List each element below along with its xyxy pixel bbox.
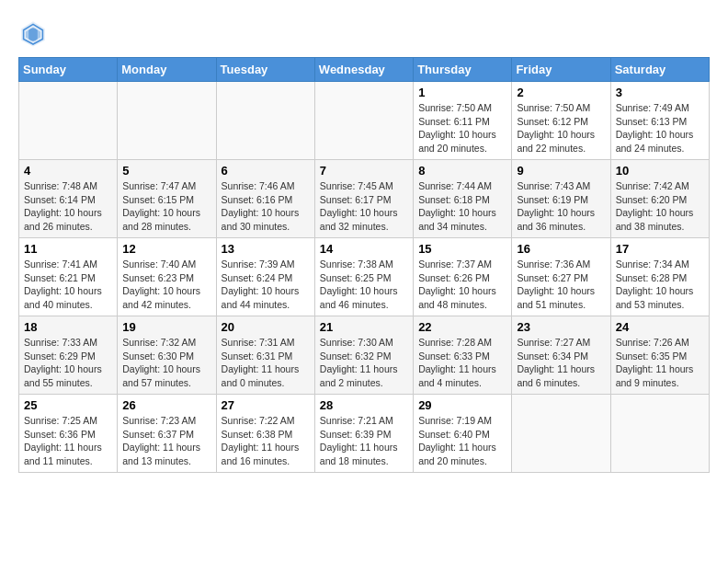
calendar-cell: 5Sunrise: 7:47 AM Sunset: 6:15 PM Daylig… [118, 160, 216, 238]
day-number: 16 [517, 242, 605, 256]
day-number: 14 [320, 242, 408, 256]
calendar-cell [512, 395, 610, 473]
day-info: Sunrise: 7:21 AM Sunset: 6:39 PM Dayligh… [320, 414, 408, 468]
calendar-cell: 3Sunrise: 7:49 AM Sunset: 6:13 PM Daylig… [610, 82, 709, 160]
day-info: Sunrise: 7:41 AM Sunset: 6:21 PM Dayligh… [24, 258, 112, 312]
calendar-cell: 15Sunrise: 7:37 AM Sunset: 6:26 PM Dayli… [414, 238, 512, 316]
day-number: 26 [122, 398, 210, 412]
calendar-cell: 18Sunrise: 7:33 AM Sunset: 6:29 PM Dayli… [19, 316, 118, 395]
column-header-monday: Monday [118, 58, 216, 82]
day-number: 3 [616, 86, 704, 99]
calendar-cell: 1Sunrise: 7:50 AM Sunset: 6:11 PM Daylig… [414, 82, 512, 160]
calendar-cell: 17Sunrise: 7:34 AM Sunset: 6:28 PM Dayli… [610, 238, 709, 316]
day-info: Sunrise: 7:50 AM Sunset: 6:12 PM Dayligh… [517, 101, 605, 155]
calendar-week-3: 11Sunrise: 7:41 AM Sunset: 6:21 PM Dayli… [19, 238, 710, 316]
day-info: Sunrise: 7:36 AM Sunset: 6:27 PM Dayligh… [517, 258, 605, 312]
calendar-cell [19, 82, 118, 160]
calendar-cell: 25Sunrise: 7:25 AM Sunset: 6:36 PM Dayli… [19, 395, 118, 473]
day-info: Sunrise: 7:37 AM Sunset: 6:26 PM Dayligh… [418, 258, 506, 312]
calendar-cell: 21Sunrise: 7:30 AM Sunset: 6:32 PM Dayli… [314, 316, 413, 395]
calendar-cell: 23Sunrise: 7:27 AM Sunset: 6:34 PM Dayli… [512, 316, 610, 395]
calendar-cell: 29Sunrise: 7:19 AM Sunset: 6:40 PM Dayli… [414, 395, 512, 473]
day-info: Sunrise: 7:38 AM Sunset: 6:25 PM Dayligh… [320, 258, 408, 312]
day-info: Sunrise: 7:48 AM Sunset: 6:14 PM Dayligh… [24, 179, 112, 234]
calendar-cell: 27Sunrise: 7:22 AM Sunset: 6:38 PM Dayli… [216, 395, 314, 473]
day-info: Sunrise: 7:34 AM Sunset: 6:28 PM Dayligh… [616, 258, 704, 312]
calendar-cell [216, 82, 314, 160]
calendar-cell: 7Sunrise: 7:45 AM Sunset: 6:17 PM Daylig… [314, 160, 413, 238]
day-number: 6 [222, 164, 310, 178]
day-info: Sunrise: 7:32 AM Sunset: 6:30 PM Dayligh… [122, 336, 210, 390]
day-number: 29 [418, 398, 506, 412]
calendar-week-5: 25Sunrise: 7:25 AM Sunset: 6:36 PM Dayli… [19, 395, 710, 473]
day-number: 20 [222, 320, 310, 334]
day-number: 24 [616, 320, 704, 334]
day-number: 23 [517, 320, 605, 334]
day-info: Sunrise: 7:31 AM Sunset: 6:31 PM Dayligh… [222, 336, 310, 390]
calendar-cell: 11Sunrise: 7:41 AM Sunset: 6:21 PM Dayli… [19, 238, 118, 316]
calendar-week-4: 18Sunrise: 7:33 AM Sunset: 6:29 PM Dayli… [19, 316, 710, 395]
day-number: 13 [222, 242, 310, 256]
calendar-cell: 22Sunrise: 7:28 AM Sunset: 6:33 PM Dayli… [414, 316, 512, 395]
calendar-cell: 9Sunrise: 7:43 AM Sunset: 6:19 PM Daylig… [512, 160, 610, 238]
calendar-cell: 12Sunrise: 7:40 AM Sunset: 6:23 PM Dayli… [118, 238, 216, 316]
calendar-cell: 20Sunrise: 7:31 AM Sunset: 6:31 PM Dayli… [216, 316, 314, 395]
calendar-week-2: 4Sunrise: 7:48 AM Sunset: 6:14 PM Daylig… [19, 160, 710, 238]
day-info: Sunrise: 7:46 AM Sunset: 6:16 PM Dayligh… [222, 179, 310, 234]
day-number: 5 [122, 164, 210, 178]
day-number: 10 [616, 164, 704, 178]
page-header [18, 18, 710, 48]
calendar-cell [118, 82, 216, 160]
calendar-cell: 16Sunrise: 7:36 AM Sunset: 6:27 PM Dayli… [512, 238, 610, 316]
day-info: Sunrise: 7:49 AM Sunset: 6:13 PM Dayligh… [616, 101, 704, 155]
day-info: Sunrise: 7:22 AM Sunset: 6:38 PM Dayligh… [222, 414, 310, 468]
day-number: 7 [320, 164, 408, 178]
column-header-sunday: Sunday [19, 58, 118, 82]
day-info: Sunrise: 7:40 AM Sunset: 6:23 PM Dayligh… [122, 258, 210, 312]
calendar-cell: 13Sunrise: 7:39 AM Sunset: 6:24 PM Dayli… [216, 238, 314, 316]
column-header-friday: Friday [512, 58, 610, 82]
calendar-cell: 14Sunrise: 7:38 AM Sunset: 6:25 PM Dayli… [314, 238, 413, 316]
day-info: Sunrise: 7:50 AM Sunset: 6:11 PM Dayligh… [418, 101, 506, 155]
day-info: Sunrise: 7:33 AM Sunset: 6:29 PM Dayligh… [24, 336, 112, 390]
column-header-saturday: Saturday [610, 58, 709, 82]
day-number: 22 [418, 320, 506, 334]
day-number: 12 [122, 242, 210, 256]
day-info: Sunrise: 7:26 AM Sunset: 6:35 PM Dayligh… [616, 336, 704, 390]
day-number: 2 [517, 86, 605, 99]
logo [18, 18, 51, 48]
day-info: Sunrise: 7:39 AM Sunset: 6:24 PM Dayligh… [222, 258, 310, 312]
calendar-header-row: SundayMondayTuesdayWednesdayThursdayFrid… [19, 58, 710, 82]
day-info: Sunrise: 7:19 AM Sunset: 6:40 PM Dayligh… [418, 414, 506, 468]
day-number: 11 [24, 242, 112, 256]
day-info: Sunrise: 7:28 AM Sunset: 6:33 PM Dayligh… [418, 336, 506, 390]
day-number: 25 [24, 398, 112, 412]
calendar-cell: 2Sunrise: 7:50 AM Sunset: 6:12 PM Daylig… [512, 82, 610, 160]
calendar-week-1: 1Sunrise: 7:50 AM Sunset: 6:11 PM Daylig… [19, 82, 710, 160]
calendar-cell: 19Sunrise: 7:32 AM Sunset: 6:30 PM Dayli… [118, 316, 216, 395]
day-number: 4 [24, 164, 112, 178]
calendar-cell [314, 82, 413, 160]
day-number: 17 [616, 242, 704, 256]
column-header-tuesday: Tuesday [216, 58, 314, 82]
day-info: Sunrise: 7:25 AM Sunset: 6:36 PM Dayligh… [24, 414, 112, 468]
day-number: 9 [517, 164, 605, 178]
calendar-cell: 28Sunrise: 7:21 AM Sunset: 6:39 PM Dayli… [314, 395, 413, 473]
calendar-cell: 10Sunrise: 7:42 AM Sunset: 6:20 PM Dayli… [610, 160, 709, 238]
calendar-cell: 26Sunrise: 7:23 AM Sunset: 6:37 PM Dayli… [118, 395, 216, 473]
calendar-table: SundayMondayTuesdayWednesdayThursdayFrid… [18, 57, 710, 473]
column-header-wednesday: Wednesday [314, 58, 413, 82]
calendar-cell: 4Sunrise: 7:48 AM Sunset: 6:14 PM Daylig… [19, 160, 118, 238]
day-number: 15 [418, 242, 506, 256]
day-info: Sunrise: 7:47 AM Sunset: 6:15 PM Dayligh… [122, 179, 210, 234]
day-number: 18 [24, 320, 112, 334]
day-info: Sunrise: 7:45 AM Sunset: 6:17 PM Dayligh… [320, 179, 408, 234]
column-header-thursday: Thursday [414, 58, 512, 82]
day-info: Sunrise: 7:27 AM Sunset: 6:34 PM Dayligh… [517, 336, 605, 390]
calendar-cell: 8Sunrise: 7:44 AM Sunset: 6:18 PM Daylig… [414, 160, 512, 238]
day-number: 1 [418, 86, 506, 99]
day-info: Sunrise: 7:42 AM Sunset: 6:20 PM Dayligh… [616, 179, 704, 234]
day-number: 21 [320, 320, 408, 334]
day-info: Sunrise: 7:30 AM Sunset: 6:32 PM Dayligh… [320, 336, 408, 390]
logo-icon [18, 18, 48, 48]
